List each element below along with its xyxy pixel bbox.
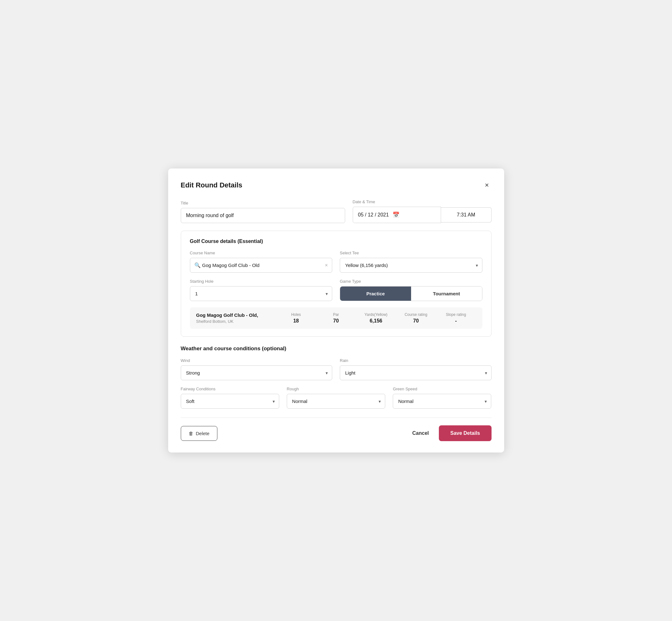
- game-type-toggle: Practice Tournament: [340, 286, 482, 301]
- delete-button[interactable]: 🗑 Delete: [181, 426, 217, 441]
- course-location: Shelford Bottom, UK: [196, 319, 276, 324]
- footer-right: Cancel Save Details: [410, 425, 492, 441]
- stat-par: Par 70: [316, 313, 356, 324]
- course-name-label: Course Name: [190, 251, 333, 255]
- rain-label: Rain: [340, 358, 492, 363]
- wind-group: Wind Strong ▾: [181, 358, 333, 380]
- holes-label: Holes: [291, 313, 301, 317]
- rough-label: Rough: [287, 386, 385, 391]
- golf-course-section: Golf Course details (Essential) Course N…: [181, 231, 492, 337]
- cancel-button[interactable]: Cancel: [410, 426, 431, 441]
- title-group: Title: [181, 201, 345, 223]
- weather-section: Weather and course conditions (optional)…: [181, 345, 492, 409]
- game-type-group: Game Type Practice Tournament: [340, 279, 482, 301]
- green-speed-select-wrap: Normal ▾: [393, 394, 491, 409]
- par-value: 70: [333, 318, 339, 324]
- course-info-box: Gog Magog Golf Club - Old, Shelford Bott…: [190, 307, 482, 329]
- calendar-icon: 📅: [392, 211, 400, 218]
- starting-hole-wrap: 1 ▾: [190, 286, 333, 301]
- datetime-row: 05 / 12 / 2021 📅 7:31 AM: [353, 207, 492, 223]
- tournament-toggle[interactable]: Tournament: [411, 287, 482, 301]
- datetime-label: Date & Time: [353, 199, 492, 204]
- footer-row: 🗑 Delete Cancel Save Details: [181, 425, 492, 441]
- fairway-select[interactable]: Soft: [181, 394, 279, 409]
- wind-label: Wind: [181, 358, 333, 363]
- select-tee-wrap: Yellow (6,156 yards) ▾: [340, 258, 482, 273]
- yards-value: 6,156: [370, 318, 382, 324]
- fairway-label: Fairway Conditions: [181, 386, 279, 391]
- date-value: 05 / 12 / 2021: [358, 212, 389, 218]
- par-label: Par: [333, 313, 339, 317]
- golf-course-title: Golf Course details (Essential): [190, 239, 482, 244]
- modal-header: Edit Round Details ×: [181, 180, 492, 191]
- time-input[interactable]: 7:31 AM: [441, 207, 492, 222]
- title-datetime-row: Title Date & Time 05 / 12 / 2021 📅 7:31 …: [181, 199, 492, 223]
- hole-gametype-row: Starting Hole 1 ▾ Game Type Practice Tou…: [190, 279, 482, 301]
- select-tee-label: Select Tee: [340, 251, 482, 255]
- holes-value: 18: [293, 318, 299, 324]
- green-speed-group: Green Speed Normal ▾: [393, 386, 491, 409]
- rough-select[interactable]: Normal: [287, 394, 385, 409]
- time-value: 7:31 AM: [457, 212, 475, 217]
- search-icon: 🔍: [194, 262, 201, 268]
- green-speed-label: Green Speed: [393, 386, 491, 391]
- course-display-name: Gog Magog Golf Club - Old,: [196, 313, 276, 318]
- yards-label: Yards(Yellow): [365, 313, 387, 317]
- wind-select[interactable]: Strong: [181, 365, 333, 380]
- rating-value: 70: [413, 318, 419, 324]
- select-tee-input[interactable]: Yellow (6,156 yards): [340, 258, 482, 273]
- clear-icon[interactable]: ×: [325, 262, 328, 268]
- game-type-label: Game Type: [340, 279, 482, 284]
- save-button[interactable]: Save Details: [439, 425, 491, 441]
- wind-rain-row: Wind Strong ▾ Rain Light ▾: [181, 358, 492, 380]
- course-name-group: Course Name 🔍 ×: [190, 251, 333, 273]
- fairway-select-wrap: Soft ▾: [181, 394, 279, 409]
- rain-select[interactable]: Light: [340, 365, 492, 380]
- stat-slope: Slope rating -: [436, 313, 476, 324]
- starting-hole-select[interactable]: 1: [190, 286, 333, 301]
- stat-rating: Course rating 70: [396, 313, 436, 324]
- edit-round-modal: Edit Round Details × Title Date & Time 0…: [168, 168, 504, 453]
- conditions-row: Fairway Conditions Soft ▾ Rough Normal ▾: [181, 386, 492, 409]
- starting-hole-group: Starting Hole 1 ▾: [190, 279, 333, 301]
- delete-label: Delete: [196, 431, 209, 436]
- datetime-group: Date & Time 05 / 12 / 2021 📅 7:31 AM: [353, 199, 492, 223]
- rain-group: Rain Light ▾: [340, 358, 492, 380]
- rain-select-wrap: Light ▾: [340, 365, 492, 380]
- fairway-group: Fairway Conditions Soft ▾: [181, 386, 279, 409]
- rating-label: Course rating: [405, 313, 427, 317]
- close-button[interactable]: ×: [482, 180, 492, 191]
- course-info-name: Gog Magog Golf Club - Old, Shelford Bott…: [196, 313, 276, 324]
- practice-toggle[interactable]: Practice: [340, 287, 411, 301]
- modal-title: Edit Round Details: [181, 181, 243, 189]
- slope-label: Slope rating: [446, 313, 466, 317]
- rough-group: Rough Normal ▾: [287, 386, 385, 409]
- select-tee-group: Select Tee Yellow (6,156 yards) ▾: [340, 251, 482, 273]
- trash-icon: 🗑: [189, 431, 194, 436]
- slope-value: -: [455, 318, 457, 324]
- starting-hole-label: Starting Hole: [190, 279, 333, 284]
- course-name-input-wrap: 🔍 ×: [190, 258, 333, 273]
- title-label: Title: [181, 201, 345, 205]
- course-tee-row: Course Name 🔍 × Select Tee Yellow (6,156…: [190, 251, 482, 273]
- stat-yards: Yards(Yellow) 6,156: [356, 313, 396, 324]
- title-input[interactable]: [181, 208, 345, 223]
- rough-select-wrap: Normal ▾: [287, 394, 385, 409]
- date-input[interactable]: 05 / 12 / 2021 📅: [353, 207, 441, 223]
- course-name-input[interactable]: [190, 258, 333, 273]
- wind-select-wrap: Strong ▾: [181, 365, 333, 380]
- green-speed-select[interactable]: Normal: [393, 394, 491, 409]
- stat-holes: Holes 18: [276, 313, 316, 324]
- weather-title: Weather and course conditions (optional): [181, 345, 492, 352]
- footer-divider: [181, 417, 492, 418]
